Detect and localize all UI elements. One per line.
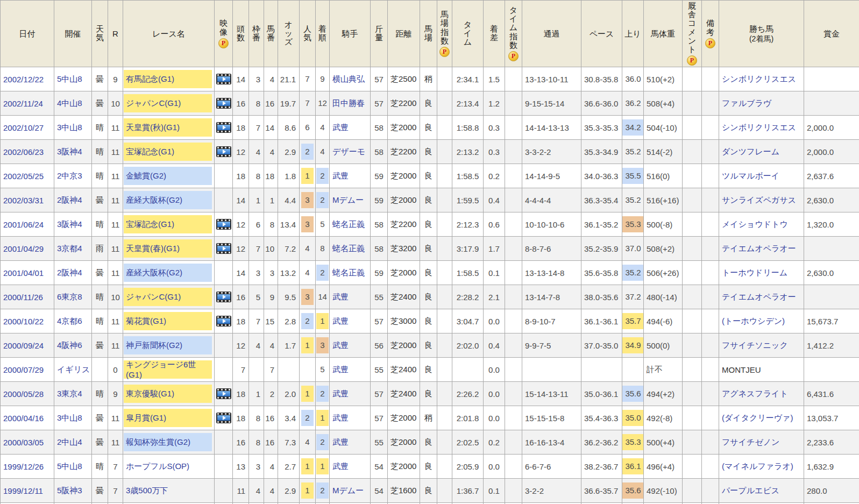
winner-link[interactable]: (ダイタクリーヴァ) — [722, 413, 793, 422]
jockey-link[interactable]: 武豊 — [332, 123, 349, 132]
video-icon[interactable] — [216, 74, 231, 84]
video-icon[interactable] — [216, 413, 231, 423]
date-link[interactable]: 2000/04/16 — [3, 414, 44, 423]
race-name-link[interactable]: 産経大阪杯(G2) — [126, 268, 182, 278]
jockey-link[interactable]: 武豊 — [332, 365, 349, 374]
venue-link[interactable]: 3中山8 — [57, 413, 82, 422]
venue-link[interactable]: 2中京3 — [57, 171, 82, 180]
jockey-link[interactable]: デザーモ — [332, 147, 365, 156]
winner-link[interactable]: トーホウドリーム — [722, 268, 787, 277]
jockey-link[interactable]: 蛯名正義 — [332, 268, 365, 277]
venue-link[interactable]: 5阪神3 — [57, 486, 82, 495]
winner-link[interactable]: フサイチソニック — [722, 340, 788, 350]
video-icon[interactable] — [216, 292, 231, 302]
venue-link[interactable]: 6東京8 — [57, 292, 82, 301]
video-icon[interactable] — [216, 98, 231, 109]
winner-link[interactable]: ツルマルボーイ — [722, 171, 779, 180]
winner-link[interactable]: シンボリクリスエス — [722, 74, 796, 83]
winner-link[interactable]: パープルエビス — [722, 486, 779, 495]
jockey-link[interactable]: 武豊 — [332, 316, 349, 325]
venue-link[interactable]: 5中山8 — [57, 462, 82, 471]
video-icon[interactable] — [216, 146, 231, 157]
date-link[interactable]: 2002/06/23 — [3, 147, 44, 157]
race-name-link[interactable]: 宝塚記念(G1) — [126, 219, 174, 230]
video-icon[interactable] — [216, 219, 231, 230]
winner-link[interactable]: テイエムオペラオー — [722, 244, 796, 253]
date-link[interactable]: 2000/05/28 — [3, 389, 44, 399]
race-name-link[interactable]: 金鯱賞(G2) — [126, 171, 166, 181]
date-link[interactable]: 2000/09/24 — [3, 341, 44, 350]
venue-link[interactable]: 4中山8 — [57, 98, 82, 108]
race-name-link[interactable]: 皐月賞(G1) — [126, 413, 166, 423]
winner-link[interactable]: アグネスフライト — [722, 389, 788, 398]
winner-link[interactable]: (マイネルファラオ) — [722, 462, 793, 471]
race-name-link[interactable]: 報知杯弥生賞(G2) — [126, 437, 190, 448]
date-link[interactable]: 2002/03/31 — [3, 196, 44, 205]
winner-link[interactable]: (トーホウシデン) — [722, 316, 785, 325]
jockey-link[interactable]: 田中勝春 — [332, 98, 365, 108]
date-link[interactable]: 2002/12/22 — [3, 75, 44, 84]
date-link[interactable]: 2000/07/29 — [3, 365, 44, 374]
date-link[interactable]: 1999/12/26 — [3, 462, 44, 471]
jockey-link[interactable]: 蛯名正義 — [332, 244, 365, 253]
video-icon[interactable] — [216, 388, 231, 399]
date-link[interactable]: 2002/11/24 — [3, 99, 43, 108]
winner-link[interactable]: フサイチゼノン — [722, 437, 779, 446]
winner-link[interactable]: ダンツフレーム — [722, 147, 779, 156]
venue-link[interactable]: 2阪神4 — [57, 268, 82, 277]
race-name-link[interactable]: 菊花賞(G1) — [126, 316, 166, 326]
race-name-link[interactable]: ジャパンC(G1) — [126, 98, 181, 109]
venue-link[interactable]: 3阪神4 — [57, 219, 82, 229]
premium-icon[interactable]: P — [439, 47, 450, 57]
winner-link[interactable]: サンライズペガサス — [722, 195, 796, 204]
jockey-link[interactable]: 武豊 — [332, 462, 349, 471]
date-link[interactable]: 2000/03/05 — [3, 438, 44, 447]
jockey-link[interactable]: Mデムー — [332, 195, 364, 204]
venue-link[interactable]: 2阪神4 — [57, 195, 82, 204]
jockey-link[interactable]: 武豊 — [332, 413, 349, 422]
jockey-link[interactable]: 武豊 — [332, 389, 349, 398]
race-name-link[interactable]: 3歳500万下 — [126, 486, 168, 496]
venue-link[interactable]: 3京都4 — [57, 244, 82, 253]
winner-link[interactable]: ファルブラヴ — [722, 98, 771, 108]
venue-link[interactable]: イギリス — [57, 365, 90, 374]
race-name-link[interactable]: 産経大阪杯(G2) — [126, 195, 182, 205]
venue-link[interactable]: 3阪神4 — [57, 147, 82, 156]
venue-link[interactable]: 4阪神6 — [57, 340, 82, 350]
date-link[interactable]: 1999/12/11 — [3, 486, 43, 495]
jockey-link[interactable]: Mデムー — [332, 486, 364, 495]
premium-icon[interactable]: P — [218, 38, 229, 48]
date-link[interactable]: 2000/10/22 — [3, 317, 44, 326]
jockey-link[interactable]: 武豊 — [332, 340, 349, 350]
race-name-link[interactable]: 天皇賞(秋)(G1) — [126, 123, 180, 133]
date-link[interactable]: 2002/05/25 — [3, 172, 44, 181]
premium-icon[interactable]: P — [508, 51, 519, 61]
race-name-link[interactable]: 有馬記念(G1) — [126, 74, 174, 84]
date-link[interactable]: 2000/11/26 — [3, 293, 43, 302]
venue-link[interactable]: 3中山8 — [57, 123, 82, 132]
race-name-link[interactable]: 東京優駿(G1) — [126, 389, 174, 399]
race-name-link[interactable]: キングジョージ6世(G1) — [126, 360, 212, 379]
jockey-link[interactable]: 横山典弘 — [332, 74, 365, 83]
race-name-link[interactable]: 天皇賞(春)(G1) — [126, 244, 180, 254]
video-icon[interactable] — [216, 316, 231, 326]
video-icon[interactable] — [216, 243, 231, 254]
race-name-link[interactable]: ホープフルS(OP) — [126, 462, 189, 472]
date-link[interactable]: 2001/04/01 — [3, 268, 44, 278]
date-link[interactable]: 2001/06/24 — [3, 220, 44, 229]
venue-link[interactable]: 5中山8 — [57, 74, 82, 83]
winner-link[interactable]: シンボリクリスエス — [722, 123, 796, 132]
race-name-link[interactable]: 宝塚記念(G1) — [126, 147, 174, 157]
jockey-link[interactable]: 武豊 — [332, 437, 349, 446]
date-link[interactable]: 2002/10/27 — [3, 123, 44, 132]
venue-link[interactable]: 4京都6 — [57, 316, 82, 325]
video-icon[interactable] — [216, 122, 231, 133]
venue-link[interactable]: 2中山4 — [57, 437, 82, 446]
winner-link[interactable]: テイエムオペラオー — [722, 292, 796, 301]
jockey-link[interactable]: 武豊 — [332, 292, 349, 301]
date-link[interactable]: 2001/04/29 — [3, 244, 44, 253]
race-name-link[interactable]: ジャパンC(G1) — [126, 292, 181, 302]
winner-link[interactable]: メイショウドトウ — [722, 219, 788, 229]
venue-link[interactable]: 3東京4 — [57, 389, 82, 398]
race-name-link[interactable]: 神戸新聞杯(G2) — [126, 340, 182, 351]
